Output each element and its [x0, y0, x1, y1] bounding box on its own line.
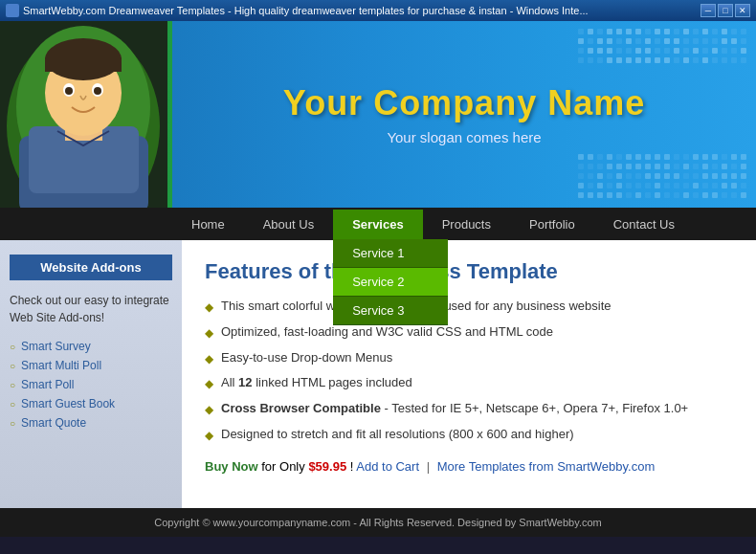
bullet-icon: ◆	[205, 299, 213, 316]
sidebar-link-smart-multi-poll[interactable]: Smart Multi Poll	[21, 359, 101, 372]
bullet-icon: ◆	[205, 351, 213, 367]
header-text-area: // Dots will be rendered via the init sc…	[172, 21, 756, 208]
bullet-icon: ○	[10, 361, 15, 371]
list-item: ◆ Easy-to-use Drop-down Menus	[205, 349, 733, 367]
dropdown-service-2[interactable]: Service 2	[333, 268, 448, 297]
bullet-icon: ○	[10, 380, 15, 390]
bullet-icon: ◆	[205, 402, 213, 418]
feature-text-5: Cross Browser Compatible - Tested for IE…	[221, 400, 688, 417]
title-bar-text: SmartWebby.com Dreamweaver Templates - H…	[23, 5, 697, 16]
footer-text: Copyright © www.yourcompanyname.com - Al…	[154, 517, 601, 528]
svg-rect-8	[45, 57, 122, 72]
list-item: ◆ Designed to stretch and fit all resolu…	[205, 426, 733, 444]
bullet-icon: ◆	[205, 428, 213, 444]
price-label: $59.95	[308, 459, 346, 474]
content-area: Features of this Business Template ◆ Thi…	[182, 240, 756, 508]
site-header: // Dots will be rendered via the init sc…	[0, 21, 756, 208]
separator: |	[427, 459, 434, 474]
dot-pattern-bottom	[578, 154, 748, 200]
svg-point-11	[65, 87, 73, 95]
minimize-button[interactable]: ─	[700, 4, 716, 17]
slogan: Your slogan comes here	[387, 129, 541, 145]
title-bar-icon	[6, 4, 19, 17]
bullet-icon: ○	[10, 418, 15, 429]
person-image	[0, 21, 167, 208]
sidebar-link-smart-poll[interactable]: Smart Poll	[21, 378, 74, 391]
buy-section: Buy Now for Only $59.95 ! Add to Cart | …	[205, 459, 733, 474]
sidebar-title: Website Add-ons	[10, 255, 172, 280]
buy-now-label: Buy Now	[205, 459, 258, 474]
content-features-list: ◆ This smart colorful web template can b…	[205, 298, 733, 444]
bullet-icon: ◆	[205, 376, 213, 392]
feature-text-2: Optimized, fast-loading and W3C valid CS…	[221, 323, 553, 341]
nav-portfolio[interactable]: Portfolio	[510, 210, 594, 239]
nav-about-us[interactable]: About Us	[244, 210, 333, 239]
nav-services[interactable]: Services	[333, 210, 423, 239]
sidebar: Website Add-ons Check out our easy to in…	[0, 240, 182, 508]
list-item: ○ Smart Guest Book	[10, 397, 172, 410]
nav-services-dropdown: Services Service 1 Service 2 Service 3	[333, 210, 423, 239]
bullet-icon: ○	[10, 399, 15, 410]
list-item: ○ Smart Poll	[10, 378, 172, 391]
list-item: ◆ Cross Browser Compatible - Tested for …	[205, 400, 733, 418]
dot-pattern-top: // Dots will be rendered via the init sc…	[578, 29, 748, 65]
maximize-button[interactable]: □	[718, 4, 733, 17]
list-item: ◆ This smart colorful web template can b…	[205, 298, 733, 316]
list-item: ○ Smart Multi Poll	[10, 359, 172, 372]
feature-text-3: Easy-to-use Drop-down Menus	[221, 349, 392, 366]
sidebar-link-smart-guest-book[interactable]: Smart Guest Book	[21, 397, 115, 410]
services-dropdown-menu: Service 1 Service 2 Service 3	[333, 239, 448, 325]
bullet-icon: ○	[10, 342, 15, 352]
navbar: Home About Us Services Service 1 Service…	[0, 208, 756, 240]
company-name: Your Company Name	[283, 83, 645, 123]
close-button[interactable]: ✕	[735, 4, 750, 17]
feature-text-4: All 12 linked HTML pages included	[221, 374, 412, 391]
sidebar-link-smart-quote[interactable]: Smart Quote	[21, 416, 86, 430]
title-bar-buttons: ─ □ ✕	[700, 4, 750, 17]
svg-point-12	[94, 87, 101, 95]
list-item: ◆ All 12 linked HTML pages included	[205, 374, 733, 392]
content-title: Features of this Business Template	[205, 259, 733, 284]
buy-text-for-only: for Only	[261, 459, 308, 474]
dropdown-service-3[interactable]: Service 3	[333, 297, 448, 325]
add-to-cart-link[interactable]: Add to Cart	[356, 459, 419, 474]
list-item: ◆ Optimized, fast-loading and W3C valid …	[205, 323, 733, 342]
sidebar-description: Check out our easy to integrate Web Site…	[10, 292, 172, 326]
list-item: ○ Smart Quote	[10, 416, 172, 430]
sidebar-link-smart-survey[interactable]: Smart Survey	[21, 340, 91, 353]
nav-products[interactable]: Products	[423, 210, 510, 239]
title-bar: SmartWebby.com Dreamweaver Templates - H…	[0, 0, 756, 21]
list-item: ○ Smart Survey	[10, 340, 172, 353]
bullet-icon: ◆	[205, 325, 213, 342]
feature-text-6: Designed to stretch and fit all resoluti…	[221, 426, 574, 443]
dropdown-service-1[interactable]: Service 1	[333, 239, 448, 268]
more-templates-link[interactable]: More Templates from SmartWebby.com	[437, 459, 656, 474]
sidebar-links-list: ○ Smart Survey ○ Smart Multi Poll ○ Smar…	[10, 340, 172, 430]
site-footer: Copyright © www.yourcompanyname.com - Al…	[0, 508, 756, 537]
nav-contact-us[interactable]: Contact Us	[594, 210, 694, 239]
nav-home[interactable]: Home	[172, 210, 244, 239]
